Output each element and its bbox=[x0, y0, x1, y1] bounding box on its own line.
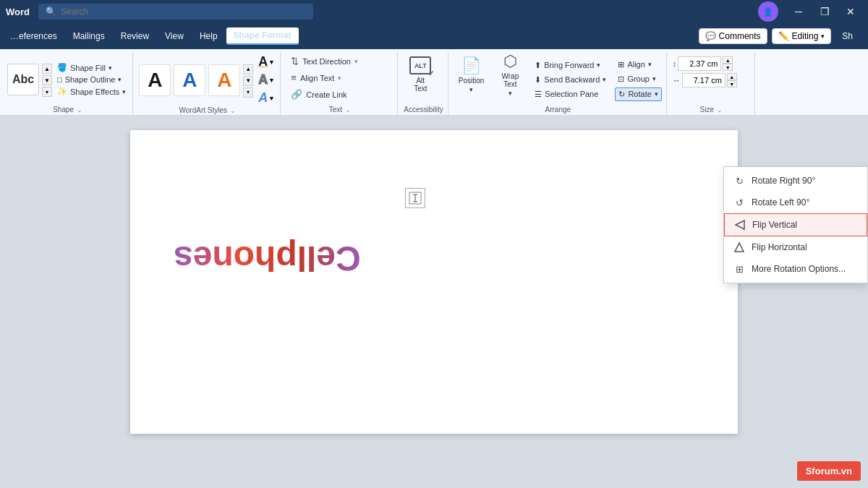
text-expand-icon[interactable]: ⌄ bbox=[345, 106, 351, 114]
menu-review[interactable]: Review bbox=[114, 28, 156, 44]
height-spin-up[interactable]: ▲ bbox=[723, 56, 733, 64]
expand-icon[interactable]: ⌄ bbox=[77, 106, 82, 114]
chevron-down-icon: ▾ bbox=[821, 33, 825, 40]
size-inputs: ↕ 2.37 cm ▲ ▼ ↔ 7.17 cm ▲ ▼ bbox=[673, 56, 737, 87]
more-rotation-icon: ⊞ bbox=[733, 262, 746, 275]
height-input[interactable]: 2.37 cm bbox=[678, 56, 721, 71]
wordart-text-container[interactable]: Cellphones bbox=[159, 195, 709, 278]
align-icon: ⊞ bbox=[618, 60, 624, 69]
flip-vertical-icon bbox=[733, 218, 746, 231]
wa-scroll-down[interactable]: ▼ bbox=[243, 76, 253, 86]
align-text-button[interactable]: ≡ Align Text ▾ bbox=[286, 70, 362, 85]
app-name: Word bbox=[6, 7, 30, 17]
selection-pane-button[interactable]: ☰ Selection Pane bbox=[532, 88, 609, 100]
text-effects-button[interactable]: A ▾ bbox=[256, 90, 276, 106]
pos-chevron: ▾ bbox=[469, 86, 473, 93]
close-button[interactable]: ✕ bbox=[839, 3, 862, 20]
more-rotation-item[interactable]: ⊞ More Rotation Options... bbox=[724, 258, 867, 280]
align-button[interactable]: ⊞ Align ▾ bbox=[615, 59, 661, 71]
alt-text-button[interactable]: ALT ✓ AltText bbox=[404, 53, 437, 95]
text-fill-button[interactable]: A ▾ bbox=[256, 53, 276, 70]
fill-chevron: ▾ bbox=[270, 59, 273, 66]
wrap-chevron: ▾ bbox=[509, 90, 512, 97]
width-spin-up[interactable]: ▲ bbox=[727, 73, 737, 80]
menu-help[interactable]: Help bbox=[192, 28, 225, 44]
comments-button[interactable]: 💬 Comments bbox=[699, 28, 767, 44]
alt-text-icon: ALT ✓ bbox=[409, 56, 431, 74]
user-avatar: 👤 bbox=[758, 1, 778, 22]
text-box-handle[interactable] bbox=[405, 188, 425, 208]
effects-chevron: ▾ bbox=[270, 95, 273, 102]
wordart-black-button[interactable]: A bbox=[139, 64, 171, 96]
chevron-icon2: ▾ bbox=[118, 76, 122, 83]
editing-button[interactable]: ✏️ Editing ▾ bbox=[772, 28, 832, 44]
rotate-icon: ↻ bbox=[618, 90, 625, 99]
rotate-dropdown: ↻ Rotate Right 90° ↺ Rotate Left 90° Fli… bbox=[723, 166, 868, 283]
title-bar: Word 🔍 👤 ─ ❐ ✕ bbox=[0, 0, 868, 23]
text-outline-button[interactable]: A ▾ bbox=[256, 72, 276, 88]
abc-style-button[interactable]: Abc bbox=[7, 64, 39, 95]
shape-styles-group: Abc ▲ ▼ ▾ 🪣 Shape Fill ▾ □ Shape Outline… bbox=[3, 52, 133, 115]
arrange-group: 📄 Position ▾ ⬡ WrapText ▾ ⬆ Bring Forwar… bbox=[450, 52, 667, 115]
menu-view[interactable]: View bbox=[158, 28, 191, 44]
size-label: Size ⌄ bbox=[673, 106, 750, 115]
height-spinner: ▲ ▼ bbox=[723, 56, 733, 71]
size-expand-icon[interactable]: ⌄ bbox=[717, 106, 723, 114]
minimize-button[interactable]: ─ bbox=[787, 3, 810, 20]
title-actions: 👤 ─ ❐ ✕ bbox=[758, 1, 862, 22]
height-input-row: ↕ 2.37 cm ▲ ▼ bbox=[673, 56, 737, 71]
wordart-expand-icon[interactable]: ⌄ bbox=[230, 107, 236, 114]
width-spin-down[interactable]: ▼ bbox=[727, 80, 737, 87]
text-direction-button[interactable]: ⇅ Text Direction ▾ bbox=[286, 53, 362, 69]
width-icon: ↔ bbox=[673, 76, 681, 85]
height-spin-down[interactable]: ▼ bbox=[723, 64, 733, 71]
position-button[interactable]: 📄 Position ▾ bbox=[454, 53, 489, 95]
rotate-left-90-item[interactable]: ↺ Rotate Left 90° bbox=[724, 192, 867, 213]
bring-forward-icon: ⬆ bbox=[535, 61, 541, 70]
flip-horizontal-icon bbox=[733, 241, 746, 254]
wordart-blue-button[interactable]: A bbox=[174, 64, 205, 96]
scroll-up-btn[interactable]: ▲ bbox=[42, 64, 52, 74]
bring-forward-chevron: ▾ bbox=[597, 61, 600, 69]
text-dir-icon: ⇅ bbox=[291, 56, 299, 67]
rotate-left-icon: ↺ bbox=[733, 196, 746, 209]
width-input[interactable]: 7.17 cm bbox=[682, 73, 726, 87]
shape-outline-button[interactable]: □ Shape Outline ▾ bbox=[55, 74, 128, 85]
search-input[interactable] bbox=[61, 7, 306, 17]
group-chevron: ▾ bbox=[652, 75, 656, 82]
flip-vertical-item[interactable]: Flip Vertical bbox=[724, 213, 867, 236]
create-link-button[interactable]: 🔗 Create Link bbox=[286, 87, 362, 102]
link-icon: 🔗 bbox=[291, 89, 302, 100]
wordart-orange-button[interactable]: A bbox=[208, 64, 240, 96]
wordart-styles-label: WordArt Styles ⌄ bbox=[139, 106, 276, 116]
accessibility-group: ALT ✓ AltText Accessibility bbox=[399, 52, 448, 115]
menu-references[interactable]: …eferences bbox=[3, 28, 64, 44]
menu-mailings[interactable]: Mailings bbox=[66, 28, 112, 44]
search-box[interactable]: 🔍 bbox=[38, 4, 313, 20]
restore-button[interactable]: ❐ bbox=[813, 3, 836, 20]
bring-forward-button[interactable]: ⬆ Bring Forward ▾ bbox=[532, 59, 609, 72]
group-button[interactable]: ⊡ Group ▾ bbox=[615, 73, 661, 85]
wa-scroll-more[interactable]: ▾ bbox=[243, 87, 253, 98]
scroll-more-btn[interactable]: ▾ bbox=[42, 87, 52, 97]
shape-fill-button[interactable]: 🪣 Shape Fill ▾ bbox=[55, 62, 128, 73]
svg-marker-0 bbox=[736, 221, 744, 229]
shape-effects-button[interactable]: ✨ Shape Effects ▾ bbox=[55, 86, 128, 97]
height-icon: ↕ bbox=[673, 59, 677, 68]
align-chevron: ▾ bbox=[648, 61, 652, 68]
wa-scroll-up[interactable]: ▲ bbox=[243, 64, 253, 74]
width-input-row: ↔ 7.17 cm ▲ ▼ bbox=[673, 73, 737, 87]
align-text-chevron: ▾ bbox=[338, 74, 341, 82]
wrap-text-button[interactable]: ⬡ WrapText ▾ bbox=[494, 53, 526, 95]
rotate-right-90-item[interactable]: ↻ Rotate Right 90° bbox=[724, 170, 867, 192]
search-icon: 🔍 bbox=[46, 7, 56, 17]
chevron-icon3: ▾ bbox=[122, 88, 126, 95]
flip-horizontal-item[interactable]: Flip Horizontal bbox=[724, 236, 867, 258]
menu-shape-format[interactable]: Shape Format bbox=[226, 27, 299, 45]
rotate-button[interactable]: ↻ Rotate ▾ bbox=[615, 87, 661, 101]
menu-bar: …eferences Mailings Review View Help Sha… bbox=[0, 23, 868, 49]
share-button[interactable]: Sh bbox=[835, 28, 859, 44]
scroll-down-btn[interactable]: ▼ bbox=[42, 75, 52, 85]
send-backward-button[interactable]: ⬇ Send Backward ▾ bbox=[532, 74, 609, 86]
align-text-icon: ≡ bbox=[291, 72, 297, 83]
